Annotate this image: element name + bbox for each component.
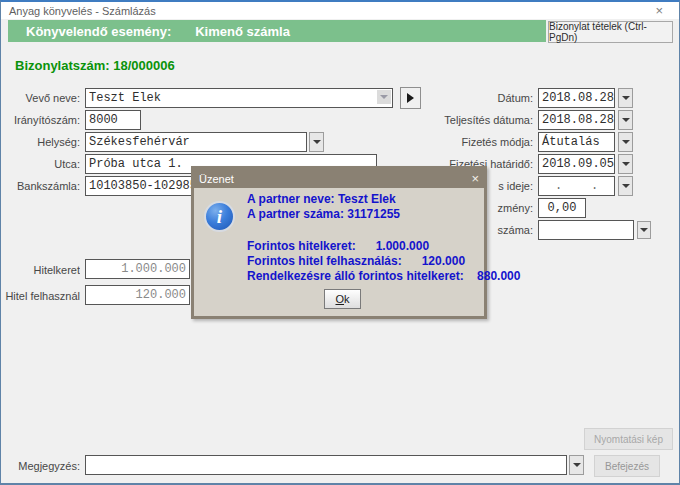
utca-label: Utca: (5, 157, 80, 171)
credit-limit-line: Forintos hitelkeret: 1.000.000 (247, 239, 429, 253)
close-icon[interactable]: × (655, 4, 663, 17)
info-icon: i (204, 201, 235, 232)
chevron-down-icon (622, 162, 630, 166)
fizetesi-hatarido-field[interactable]: 2018.09.05 (538, 154, 615, 174)
window-title: Anyag könyvelés - Számlázás (9, 5, 156, 17)
app-window: Anyag könyvelés - Számlázás × Könyvelend… (0, 0, 680, 485)
partner-number-line: A partner száma: 31171255 (247, 207, 400, 221)
dialog-title: Üzenet (199, 173, 234, 185)
partner-name-line: A partner neve: Teszt Elek (247, 192, 396, 206)
datum-field[interactable]: 2018.08.28 (538, 88, 615, 108)
iranyitoszam-field[interactable]: 8000 (85, 110, 141, 130)
fizetesi-hatarido-dropdown-button[interactable] (618, 154, 633, 174)
teljesites-datuma-label: Teljesítés dátuma: (421, 113, 533, 127)
nyomtatasi-kep-button[interactable]: Nyomtatási kép (584, 428, 673, 450)
megjegyzes-field[interactable] (85, 455, 567, 475)
chevron-down-icon (622, 96, 630, 100)
dialog-titlebar[interactable]: Üzenet × (194, 169, 484, 188)
ideje-field[interactable]: . . (538, 176, 615, 196)
credit-used-line: Forintos hitel felhasználás: 120.000 (247, 254, 465, 268)
datum-label: Dátum: (421, 91, 533, 105)
engedmeny-field[interactable]: 0,00 (538, 198, 586, 218)
fizetes-modja-dropdown-button[interactable] (618, 132, 633, 152)
megjegyzes-label: Megjegyzés: (5, 459, 80, 473)
ok-button[interactable]: Ok (324, 289, 361, 309)
chevron-down-icon (622, 184, 630, 188)
ok-button-label: k (344, 293, 350, 305)
ideje-dropdown-button[interactable] (618, 176, 633, 196)
banner-label: Könyvelendő esemény: (26, 24, 171, 39)
helyseg-label: Helység: (5, 135, 80, 149)
bizonylatszam-text: Bizonylatszám: 18/000006 (15, 58, 175, 73)
hitel-felhasznal-label: Hitel felhasznál (5, 289, 80, 303)
helyseg-dropdown-button[interactable] (309, 132, 324, 152)
hitelkeret-label: Hitelkeret (5, 263, 80, 277)
chevron-down-icon (380, 95, 388, 99)
window-titlebar[interactable]: Anyag könyvelés - Számlázás × (1, 2, 679, 19)
banner-value: Kimenő számla (195, 24, 290, 39)
hitel-felhasznal-field: 120.000 (85, 285, 190, 305)
datum-dropdown-button[interactable] (618, 88, 633, 108)
fizetes-modja-field[interactable]: Átutalás (538, 132, 615, 152)
megjegyzes-dropdown-button[interactable] (569, 455, 584, 475)
chevron-down-icon (313, 140, 321, 144)
chevron-down-icon (573, 463, 581, 467)
vevo-neve-dropdown-arrow-icon[interactable] (377, 90, 391, 104)
right-arrow-icon (407, 93, 414, 103)
dialog-close-icon[interactable]: × (471, 172, 479, 185)
chevron-down-icon (640, 228, 648, 232)
hitelkeret-field: 1.000.000 (85, 259, 190, 279)
chevron-down-icon (622, 140, 630, 144)
uzenet-dialog: Üzenet × i A partner neve: Teszt Elek A … (191, 166, 487, 319)
vevo-neve-label: Vevő neve: (5, 91, 80, 105)
befejezes-button[interactable]: Befejezés (594, 455, 660, 477)
szama-field[interactable] (538, 220, 634, 240)
partner-open-button[interactable] (400, 87, 421, 109)
vevo-neve-field[interactable]: Teszt Elek (85, 88, 393, 108)
helyseg-field[interactable]: Székesfehérvár (85, 132, 307, 152)
fizetes-modja-label: Fizetés módja: (421, 135, 533, 149)
credit-available-line: Rendelkezésre álló forintos hitelkeret: … (247, 269, 520, 283)
iranyitoszam-label: Irányítószám: (5, 113, 80, 127)
ok-button-label-underlined: O (335, 293, 344, 305)
bankszamla-label: Bankszámla: (5, 179, 80, 193)
dialog-body: i A partner neve: Teszt Elek A partner s… (194, 188, 484, 316)
teljesites-dropdown-button[interactable] (618, 110, 633, 130)
bizonylat-tetelek-button[interactable]: Bizonylat tételek (Ctrl-PgDn) (548, 21, 673, 43)
teljesites-datuma-field[interactable]: 2018.08.28 (538, 110, 615, 130)
chevron-down-icon (622, 118, 630, 122)
event-banner: Könyvelendő esemény: Kimenő számla (8, 20, 546, 42)
szama-dropdown-button[interactable] (637, 221, 651, 239)
